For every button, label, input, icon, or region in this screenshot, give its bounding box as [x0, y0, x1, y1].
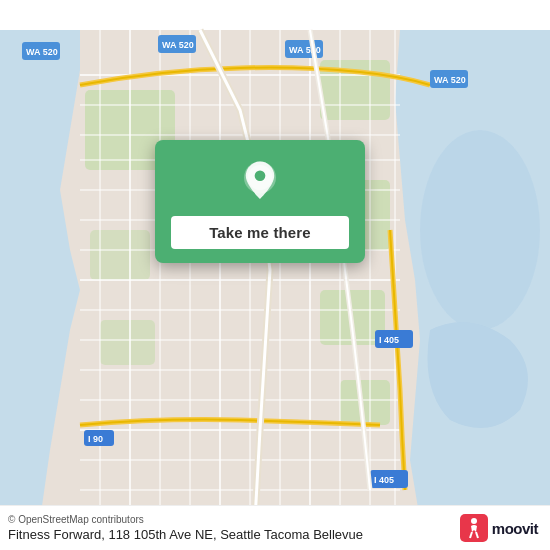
moovit-logo: moovit — [460, 514, 538, 542]
location-address: Fitness Forward, 118 105th Ave NE, Seatt… — [8, 527, 363, 542]
svg-text:I 90: I 90 — [88, 434, 103, 444]
map-container: WA 520 WA 520 WA 520 WA 520 I 405 I 405 … — [0, 0, 550, 550]
svg-text:WA 520: WA 520 — [26, 47, 58, 57]
svg-text:I 405: I 405 — [379, 335, 399, 345]
svg-point-1 — [420, 130, 540, 330]
svg-text:WA 520: WA 520 — [434, 75, 466, 85]
bottom-bar: © OpenStreetMap contributors Fitness For… — [0, 505, 550, 550]
map-attribution: © OpenStreetMap contributors — [8, 514, 363, 525]
bottom-bar-info: © OpenStreetMap contributors Fitness For… — [8, 514, 363, 542]
map-background: WA 520 WA 520 WA 520 WA 520 I 405 I 405 … — [0, 0, 550, 550]
moovit-brand-text: moovit — [492, 520, 538, 537]
location-pin-icon — [236, 158, 284, 206]
svg-point-51 — [255, 170, 266, 181]
svg-point-53 — [471, 518, 477, 524]
location-card: Take me there — [155, 140, 365, 263]
svg-rect-7 — [90, 230, 150, 280]
take-me-there-button[interactable]: Take me there — [171, 216, 349, 249]
moovit-logo-icon — [460, 514, 488, 542]
svg-text:I 405: I 405 — [374, 475, 394, 485]
svg-text:WA 520: WA 520 — [162, 40, 194, 50]
svg-rect-8 — [100, 320, 155, 365]
